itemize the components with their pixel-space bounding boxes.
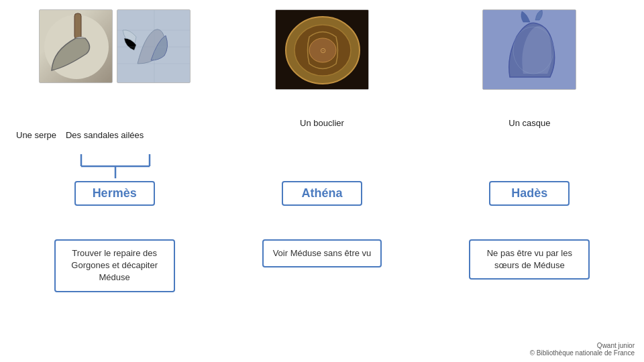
hades-name-box: Hadès [489, 181, 570, 206]
svg-rect-1 [74, 13, 81, 39]
hermes-images-cell [11, 9, 218, 115]
athena-images-cell: ⊙ [218, 9, 425, 115]
casque-image [482, 9, 576, 90]
hermes-name-cell: Hermès [11, 152, 218, 235]
hades-images-cell [426, 9, 633, 115]
hades-action-box: Ne pas être vu par les sœurs de Méduse [469, 239, 590, 280]
main-layout: ⊙ U [0, 0, 644, 322]
footer-line1: Qwant junior [530, 342, 635, 349]
athena-name-cell: Athéna [218, 152, 425, 235]
hermes-action-cell: Trouver le repaire des Gorgones et décap… [11, 235, 218, 315]
bouclier-image: ⊙ [275, 9, 369, 90]
footer: Qwant junior © Bibliothèque nationale de… [530, 342, 635, 357]
svg-text:⊙: ⊙ [319, 46, 325, 54]
hermes-action-box: Trouver le repaire des Gorgones et décap… [54, 239, 175, 292]
hades-name-cell: Hadès [426, 152, 633, 235]
sandales-image [117, 9, 191, 83]
athena-images: ⊙ [275, 9, 369, 90]
athena-label-cell: Un bouclier [218, 115, 425, 151]
hermes-labels-cell: Une serpe Des sandales ailées [11, 115, 218, 151]
serpe-image [39, 9, 113, 83]
hermes-bracket-svg [48, 153, 182, 178]
bouclier-label: Un bouclier [300, 118, 344, 128]
hermes-name-box: Hermès [74, 181, 155, 206]
athena-action-box: Voir Méduse sans être vu [262, 239, 382, 267]
footer-line2: © Bibliothèque nationale de France [530, 349, 635, 357]
hades-action-cell: Ne pas être vu par les sœurs de Méduse [426, 235, 633, 315]
athena-action-cell: Voir Méduse sans être vu [218, 235, 425, 315]
sandales-label: Des sandales ailées [66, 130, 144, 140]
athena-name-box: Athéna [282, 181, 362, 206]
hades-images [482, 9, 576, 90]
hades-label-cell: Un casque [426, 115, 633, 151]
serpe-label: Une serpe [16, 130, 56, 140]
hermes-images [39, 9, 191, 83]
casque-label: Un casque [508, 118, 550, 128]
